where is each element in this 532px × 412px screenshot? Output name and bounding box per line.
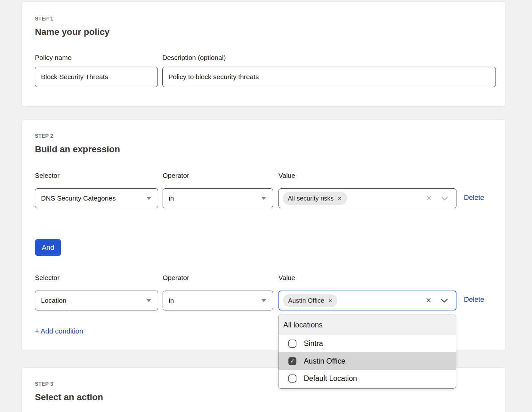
dropdown-arrow-icon: [146, 197, 151, 200]
remove-tag-icon[interactable]: ✕: [328, 298, 332, 304]
chevron-down-icon[interactable]: [441, 196, 448, 201]
dropdown-group-header: All locations: [278, 315, 456, 335]
value-column-label: Value: [278, 274, 456, 282]
dropdown-arrow-icon: [261, 299, 266, 302]
value-multiselect-row2[interactable]: Austin Office ✕ ✕: [278, 291, 456, 310]
dropdown-option-sintra[interactable]: ✓ Sintra: [278, 335, 456, 352]
and-operator-button[interactable]: And: [35, 239, 61, 256]
operator-dropdown-row2[interactable]: in: [163, 291, 273, 310]
dropdown-arrow-icon: [261, 197, 266, 200]
description-input[interactable]: [162, 67, 496, 87]
step3-label: STEP 3: [35, 381, 53, 387]
operator-column-label: Operator: [163, 172, 273, 179]
selector-column-label: Selector: [35, 172, 158, 179]
chevron-down-icon[interactable]: [440, 298, 448, 303]
operator-dropdown-row1-value: in: [169, 194, 174, 202]
selector-dropdown-row1-value: DNS Security Categories: [41, 194, 116, 202]
policy-name-input[interactable]: [35, 67, 158, 87]
add-condition-link[interactable]: + Add condition: [35, 327, 83, 335]
dropdown-option-label: Sintra: [304, 339, 323, 348]
step3-title: Select an action: [35, 392, 103, 402]
dropdown-option-label: Default Location: [304, 374, 357, 383]
value-tag: All security risks ✕: [283, 192, 347, 205]
description-label: Description (optional): [162, 54, 226, 62]
operator-column-label: Operator: [163, 274, 273, 282]
operator-dropdown-row2-value: in: [169, 297, 174, 304]
policy-builder-page: STEP 1 Name your policy Policy name Desc…: [0, 0, 532, 412]
clear-value-icon[interactable]: ✕: [426, 195, 432, 202]
operator-dropdown-row1[interactable]: in: [163, 188, 273, 208]
checkbox-checked-icon[interactable]: ✓: [288, 357, 296, 365]
step1-label: STEP 1: [35, 16, 53, 22]
checkbox-unchecked-icon[interactable]: ✓: [288, 340, 296, 348]
selector-dropdown-row2[interactable]: Location: [35, 291, 158, 310]
selector-dropdown-row2-value: Location: [41, 297, 66, 304]
step2-label: STEP 2: [35, 133, 53, 139]
step2-title: Build an expression: [35, 144, 120, 154]
check-icon: ✓: [290, 358, 294, 364]
selector-dropdown-row1[interactable]: DNS Security Categories: [35, 188, 158, 208]
delete-condition-row2-link[interactable]: Delete: [464, 295, 484, 304]
value-multiselect-row1[interactable]: All security risks ✕ ✕: [278, 188, 456, 208]
value-tag: Austin Office ✕: [283, 294, 337, 307]
dropdown-option-default-location[interactable]: ✓ Default Location: [278, 370, 456, 387]
value-tag-label: All security risks: [288, 195, 334, 202]
selector-column-label: Selector: [35, 274, 158, 282]
dropdown-option-austin-office[interactable]: ✓ Austin Office: [278, 352, 456, 370]
dropdown-option-label: Austin Office: [304, 357, 345, 366]
value-tag-label: Austin Office: [288, 297, 324, 304]
step1-title: Name your policy: [35, 27, 109, 37]
location-dropdown-menu: All locations ✓ Sintra ✓ Austin Office ✓…: [278, 315, 456, 389]
policy-name-label: Policy name: [35, 54, 71, 62]
step1-card: STEP 1 Name your policy Policy name Desc…: [22, 2, 506, 107]
remove-tag-icon[interactable]: ✕: [337, 195, 342, 202]
dropdown-arrow-icon: [146, 299, 151, 302]
delete-condition-row1-link[interactable]: Delete: [464, 194, 484, 202]
checkbox-unchecked-icon[interactable]: ✓: [288, 375, 296, 383]
value-column-label: Value: [278, 172, 456, 179]
clear-value-icon[interactable]: ✕: [426, 297, 431, 304]
